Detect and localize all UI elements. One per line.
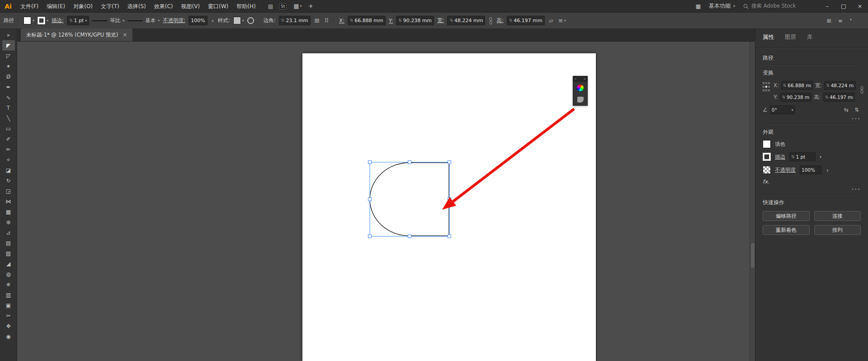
selection-tool[interactable]: ◤ [2,40,15,51]
offset-path-button[interactable]: 偏移路径 [763,211,810,221]
eraser-tool[interactable]: ◪ [2,165,15,175]
y-field[interactable]: ⇅ 90.238 mm [780,93,811,102]
stepper-icon[interactable]: ⇅ [69,19,73,23]
collapse-icon[interactable]: » [575,76,576,82]
chevron-down-icon[interactable]: ▾ [850,18,852,24]
zoom-tool[interactable]: ◉ [2,331,15,342]
stepper-icon[interactable]: ⇅ [449,19,453,23]
perspective-grid-tool[interactable]: ⊿ [2,227,15,238]
width-tool[interactable]: ⋈ [2,196,15,206]
document-tab[interactable]: 未标题-1* @ 126% (CMYK/GPU 预览) × [21,28,132,41]
opacity-options-icon[interactable]: › [211,17,215,24]
line-segment-tool[interactable]: ╲ [2,113,15,123]
opacity-field[interactable]: 100% [189,16,207,25]
stepper-icon[interactable]: ⇅ [350,19,354,23]
stroke-weight-field[interactable]: ⇅ 1 pt [789,152,816,161]
menu-window[interactable]: 窗口(W) [204,0,232,13]
fill-swatch[interactable] [24,17,31,24]
close-icon[interactable]: × [583,76,586,82]
floating-widget[interactable]: » × [573,76,588,106]
x-field[interactable]: ⇅ 66.888 mm [348,16,386,25]
menu-view[interactable]: 视图(V) [177,0,204,13]
stepper-icon[interactable]: ⇅ [281,19,285,23]
shear-icon[interactable]: ▱ [548,17,554,24]
opacity-label[interactable]: 不透明度: [163,17,185,24]
stepper-icon[interactable]: ⇅ [825,95,829,99]
height-label[interactable]: 高: [496,17,503,24]
recolor-artwork-icon[interactable] [247,17,254,24]
align-options-icon[interactable]: ⠿ [323,17,330,24]
chevron-down-icon[interactable]: ▾ [242,19,244,23]
opacity-label[interactable]: 不透明度 [775,167,796,173]
width-label[interactable]: 宽: [437,17,444,24]
y-label[interactable]: Y: [389,18,393,24]
curvature-tool[interactable]: ∿ [2,92,15,103]
opacity-field[interactable]: 100% [800,165,821,174]
menu-object[interactable]: 对象(O) [69,0,97,13]
stroke-weight-label[interactable]: 描边: [52,17,64,24]
constrain-proportions-icon[interactable] [859,85,864,94]
close-tab-icon[interactable]: × [123,32,127,38]
pen-tool[interactable]: ✒ [2,82,15,92]
scrollbar-thumb[interactable] [751,243,755,268]
scale-tool[interactable]: ◲ [2,186,15,196]
workspace-layout-icon[interactable]: ⊞ [827,18,831,24]
graphic-style-control[interactable]: ▾ [233,17,244,24]
artboard[interactable] [302,53,596,361]
stepper-icon[interactable]: ⇅ [791,155,795,159]
select-similar-icon[interactable]: ⊞ [314,17,321,24]
blend-tool[interactable]: ◍ [2,269,15,279]
opacity-options-icon[interactable]: › [826,167,830,173]
minimize-button[interactable]: – [819,0,835,13]
recolor-button[interactable]: 重新着色 [763,225,810,235]
stroke-color-control[interactable]: ▾ [38,17,48,24]
column-graph-tool[interactable]: ▥ [2,290,15,300]
workspace-grid-icon[interactable]: ▦ [696,3,701,9]
stepper-icon[interactable]: ⇅ [398,19,402,23]
x-field[interactable]: ⇅ 66.888 mm [781,81,813,90]
shape-widget-button[interactable] [573,94,587,105]
width-field[interactable]: ⇅ 48.224 mm [824,81,856,90]
menu-select[interactable]: 选择(S) [123,0,150,13]
symbol-sprayer-tool[interactable]: ✵ [2,279,15,290]
rotate-tool[interactable]: ↻ [2,175,15,186]
chevron-down-icon[interactable]: ▾ [792,108,793,112]
fill-swatch[interactable] [763,140,771,148]
flip-horizontal-icon[interactable]: ⇆ [842,107,850,113]
close-button[interactable]: × [852,0,868,13]
collapse-tools-icon[interactable]: » [2,30,15,40]
direct-selection-tool[interactable]: ◸ [2,51,15,61]
magic-wand-tool[interactable]: ✶ [2,61,15,71]
menu-file[interactable]: 文件(F) [16,0,42,13]
flip-vertical-icon[interactable]: ⇅ [853,107,861,113]
artboard-tool[interactable]: ▣ [2,300,15,310]
y-field[interactable]: ⇅ 90.238 mm [396,16,434,25]
reference-point-locator[interactable] [763,82,770,92]
tab-libraries[interactable]: 库 [807,33,813,41]
stroke-weight-field[interactable]: ⇅ 1 pt ▾ [67,16,89,25]
stock-search[interactable]: 搜索 Adobe Stock [743,3,811,9]
stroke-swatch[interactable] [763,153,771,161]
menu-help[interactable]: 帮助(H) [232,0,259,13]
tab-properties[interactable]: 属性 [763,33,774,41]
canvas[interactable]: » × [17,42,755,361]
menu-edit[interactable]: 编辑(E) [42,0,69,13]
paintbrush-tool[interactable]: ✐ [2,134,15,144]
mesh-tool[interactable]: ▤ [2,238,15,248]
style-swatch[interactable] [233,17,241,24]
stepper-icon[interactable]: ⇅ [782,95,785,99]
document-icon[interactable]: ▤ [268,3,273,9]
stock-badge[interactable]: St [279,3,287,9]
shape-builder-tool[interactable]: ⊕ [2,217,15,227]
eyedropper-tool[interactable]: ◢ [2,258,15,269]
link-dimensions-icon[interactable] [488,17,493,25]
shaper-tool[interactable]: ✧ [2,155,15,165]
fill-color-control[interactable]: ▾ [24,17,34,24]
slice-tool[interactable]: ✂ [2,310,15,321]
pencil-tool[interactable]: ✏ [2,144,15,155]
share-icon[interactable]: ✈ [309,3,313,9]
more-options-icon[interactable]: ••• [852,117,861,121]
height-field[interactable]: ⇅ 46.197 mm [507,16,545,25]
arrange-documents-button[interactable]: ▦ ▾ [292,3,302,9]
effects-button[interactable]: fx. [763,178,861,185]
